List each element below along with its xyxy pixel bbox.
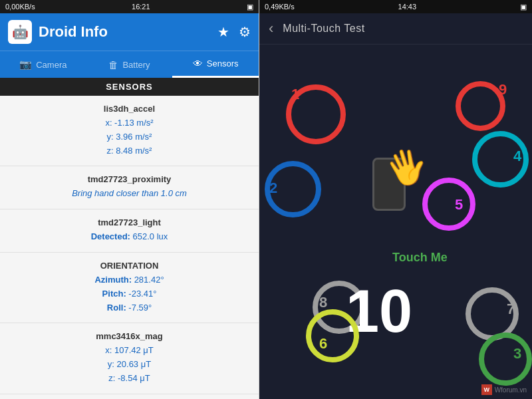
sensor-mag-y: y: 20.63 μT	[11, 358, 248, 372]
touch-label-8: 8	[319, 294, 327, 311]
touch-label-7: 7	[507, 301, 515, 318]
status-left-right: ▣	[247, 3, 253, 11]
left-panel: 0,00KB/s 16:21 ▣ 🤖 Droid Info ★ ⚙ 📷 Came…	[0, 0, 259, 399]
sensor-light: tmd27723_light Detected: 652.0 lux	[0, 209, 259, 253]
touch-label-5: 5	[455, 196, 463, 213]
touch-label-2: 2	[269, 180, 277, 197]
back-button[interactable]: ‹	[269, 20, 273, 37]
sensor-proximity-value: Bring hand closer than 1.0 cm	[11, 187, 248, 201]
sensor-mag-z: z: -8.54 μT	[11, 372, 248, 386]
sensors-icon: 👁	[193, 58, 203, 69]
right-title: Multi-Touch Test	[283, 23, 364, 35]
battery-icon: 🗑	[108, 59, 118, 70]
right-header: ‹ Multi-Touch Test	[259, 13, 532, 45]
tab-camera-label: Camera	[36, 60, 66, 70]
right-panel: 0,49KB/s 14:43 ▣ ‹ Multi-Touch Test 1 9 …	[259, 0, 532, 399]
sensor-accel-z: z: 8.48 m/s²	[11, 144, 248, 158]
touch-label-9: 9	[499, 81, 507, 98]
watermark-text: Wforum.vn	[495, 386, 527, 394]
status-bar-right: 0,49KB/s 14:43 ▣	[259, 0, 532, 13]
app-header: 🤖 Droid Info ★ ⚙	[0, 13, 259, 51]
status-left-info: 0,00KB/s	[5, 3, 35, 11]
sensor-accel: lis3dh_accel x: -1.13 m/s² y: 3.96 m/s² …	[0, 96, 259, 166]
sensor-mag-x: x: 107.42 μT	[11, 344, 248, 358]
sensor-proximity-name: tmd27723_proximity	[11, 174, 248, 184]
star-icon[interactable]: ★	[217, 24, 229, 40]
tabs-bar: 📷 Camera 🗑 Battery 👁 Sensors	[0, 51, 259, 78]
status-left-time: 16:21	[132, 3, 150, 11]
sensor-light-name: tmd27723_light	[11, 217, 248, 227]
tab-battery-label: Battery	[122, 60, 150, 70]
touch-circle-3	[479, 332, 532, 386]
header-left: 🤖 Droid Info	[8, 20, 108, 44]
touch-circle-5	[422, 178, 475, 231]
app-title: Droid Info	[39, 23, 108, 41]
sensor-accel-name: lis3dh_accel	[11, 104, 248, 114]
status-bar-left: 0,00KB/s 16:21 ▣	[0, 0, 259, 13]
sensor-azimuth: Azimuth: 281.42°	[11, 273, 248, 287]
sensors-content: lis3dh_accel x: -1.13 m/s² y: 3.96 m/s² …	[0, 96, 259, 399]
touch-circle-9	[456, 81, 505, 131]
tab-sensors[interactable]: 👁 Sensors	[172, 51, 259, 78]
sensor-accel-y: y: 3.96 m/s²	[11, 130, 248, 144]
sensor-orientation: ORIENTATION Azimuth: 281.42° Pitch: -23.…	[0, 253, 259, 323]
camera-icon: 📷	[19, 59, 32, 70]
tab-battery[interactable]: 🗑 Battery	[86, 51, 173, 78]
sensor-mag-name: mmc3416x_mag	[11, 331, 248, 341]
touch-circle-6	[306, 309, 359, 362]
sensor-light-value: Detected: 652.0 lux	[11, 230, 248, 244]
settings-icon[interactable]: ⚙	[239, 24, 251, 40]
watermark-icon: W	[481, 384, 492, 395]
tab-sensors-label: Sensors	[207, 59, 239, 68]
sensor-proximity: tmd27723_proximity Bring hand closer tha…	[0, 166, 259, 209]
section-header: SENSORS	[0, 78, 259, 96]
watermark: W Wforum.vn	[481, 384, 527, 395]
multitouch-area[interactable]: 1 9 4 2 5 🖐 Touch Me 8 7 10 6 3	[259, 45, 532, 399]
sensor-pitch: Pitch: -23.41°	[11, 287, 248, 301]
app-icon: 🤖	[8, 20, 32, 44]
header-icons: ★ ⚙	[217, 24, 251, 40]
sensor-roll: Roll: -7.59°	[11, 301, 248, 315]
touch-label-6: 6	[319, 335, 327, 352]
status-right-info: 0,49KB/s	[265, 3, 295, 11]
sensor-mag: mmc3416x_mag x: 107.42 μT y: 20.63 μT z:…	[0, 323, 259, 394]
status-right-time: 14:43	[398, 3, 417, 11]
sensor-orientation-name: ORIENTATION	[11, 261, 248, 271]
status-right-icon: ▣	[520, 3, 527, 11]
touch-me-label: Touch Me	[392, 251, 448, 265]
touch-label-4: 4	[513, 148, 521, 165]
sensor-accel-x: x: -1.13 m/s²	[11, 116, 248, 130]
tab-camera[interactable]: 📷 Camera	[0, 51, 86, 78]
touch-label-3: 3	[513, 345, 521, 362]
touch-label-1: 1	[291, 86, 299, 103]
